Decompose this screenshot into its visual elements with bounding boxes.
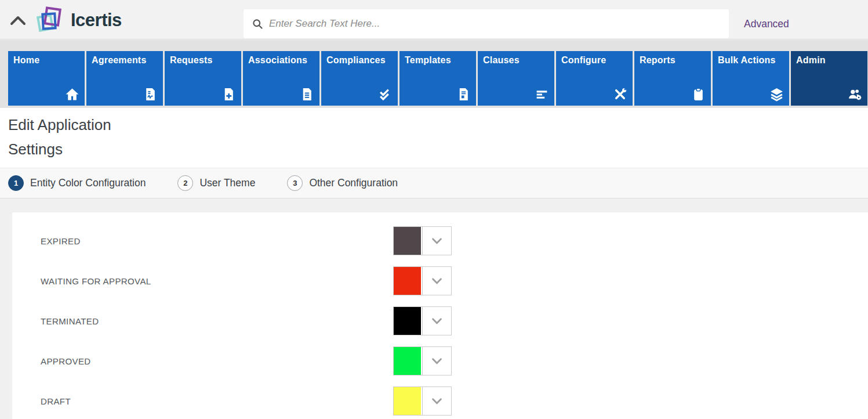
step-tab-entity-color-configuration[interactable]: 1Entity Color Configuration (8, 175, 146, 191)
chevron-down-icon (423, 347, 451, 375)
nav-tile-label: Admin (791, 51, 867, 66)
nav-tile-label: Requests (165, 51, 241, 66)
nav-tile-label: Clauses (478, 51, 554, 66)
title-section: Edit Application Settings (0, 108, 868, 168)
chevron-down-icon (423, 267, 451, 295)
chevron-down-icon (423, 387, 451, 415)
nav-tile-configure[interactable]: Configure (556, 51, 633, 106)
entity-color-row: EXPIRED (12, 226, 868, 255)
search-box (244, 9, 729, 38)
entity-status-label: WAITING FOR APPROVAL (41, 276, 151, 286)
entity-status-label: EXPIRED (41, 236, 81, 246)
color-dropdown-approved[interactable] (393, 346, 452, 375)
collapse-chevron-icon[interactable] (9, 15, 27, 27)
icertis-logo-mark (37, 6, 68, 35)
color-swatch (394, 387, 421, 415)
color-swatch (394, 267, 421, 295)
document-lines-icon (300, 87, 314, 102)
step-tab-other-configuration[interactable]: 3Other Configuration (287, 175, 398, 191)
step-tab-user-theme[interactable]: 2User Theme (177, 175, 255, 191)
nav-tile-associations[interactable]: Associations (243, 51, 319, 106)
agreement-document-icon (143, 87, 158, 102)
color-dropdown-expired[interactable] (393, 226, 452, 255)
search-input[interactable] (269, 18, 721, 30)
nav-tile-label: Configure (556, 51, 633, 66)
advanced-search-link[interactable]: Advanced (744, 18, 789, 30)
step-number-badge: 2 (177, 175, 193, 191)
home-icon (65, 87, 79, 102)
double-check-icon (378, 87, 393, 102)
template-document-icon (456, 87, 471, 102)
clipboard-icon (691, 87, 706, 102)
nav-tile-label: Home (8, 51, 85, 66)
entity-color-row: APPROVED (12, 346, 868, 375)
search-icon (252, 18, 263, 30)
step-number-badge: 3 (287, 175, 303, 191)
nav-tile-admin[interactable]: Admin (791, 51, 867, 106)
nav-tile-label: Agreements (86, 51, 163, 66)
entity-color-row: TERMINATED (12, 306, 868, 335)
entity-color-row: WAITING FOR APPROVAL (12, 266, 868, 295)
entity-status-label: DRAFT (41, 396, 71, 406)
color-dropdown-draft[interactable] (393, 387, 452, 416)
main-navigation: HomeAgreementsRequestsAssociationsCompli… (0, 40, 868, 108)
nav-tile-label: Reports (634, 51, 711, 66)
chevron-down-icon (423, 307, 451, 335)
color-swatch (394, 307, 421, 335)
step-label: User Theme (199, 177, 255, 189)
nav-tile-bulk-actions[interactable]: Bulk Actions (713, 51, 789, 106)
page-title: Edit Application Settings (8, 113, 153, 161)
nav-tile-label: Associations (243, 51, 319, 66)
layers-icon (769, 87, 784, 102)
color-dropdown-waiting-for-approval[interactable] (393, 266, 452, 295)
entity-color-panel: EXPIREDWAITING FOR APPROVALTERMINATEDAPP… (12, 212, 868, 419)
nav-tile-agreements[interactable]: Agreements (86, 51, 163, 106)
nav-tile-home[interactable]: Home (8, 51, 85, 106)
nav-tile-label: Compliances (321, 51, 398, 66)
top-bar: Icertis Advanced (0, 0, 868, 39)
color-dropdown-terminated[interactable] (393, 306, 452, 335)
entity-status-label: APPROVED (41, 356, 91, 366)
nav-tile-label: Templates (400, 51, 476, 66)
tools-icon (613, 87, 627, 102)
logo-text: Icertis (71, 10, 122, 31)
step-number-badge: 1 (8, 175, 24, 191)
nav-tile-clauses[interactable]: Clauses (478, 51, 554, 106)
entity-color-row: DRAFT (12, 387, 868, 416)
step-label: Other Configuration (309, 177, 398, 189)
color-swatch (394, 347, 421, 375)
chevron-down-icon (423, 227, 451, 255)
nav-tile-label: Bulk Actions (713, 51, 789, 66)
text-lines-icon (535, 87, 549, 102)
nav-tile-templates[interactable]: Templates (400, 51, 476, 106)
color-swatch (394, 227, 421, 255)
step-label: Entity Color Configuration (30, 177, 146, 189)
icertis-logo: Icertis (37, 6, 122, 35)
document-add-icon (221, 87, 236, 102)
nav-tile-reports[interactable]: Reports (634, 51, 711, 106)
nav-tile-requests[interactable]: Requests (165, 51, 241, 106)
entity-status-label: TERMINATED (41, 316, 99, 326)
users-gear-icon (848, 87, 862, 102)
settings-stepper: 1Entity Color Configuration2User Theme3O… (0, 168, 868, 198)
nav-tile-compliances[interactable]: Compliances (321, 51, 398, 106)
